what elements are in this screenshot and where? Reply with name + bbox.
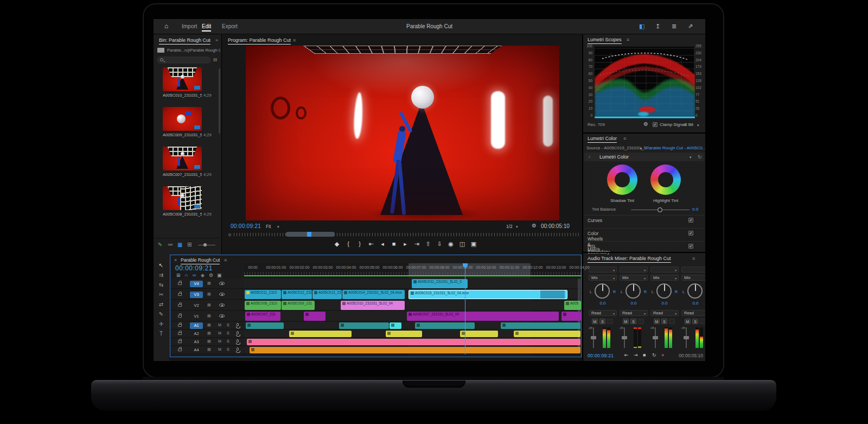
track-mix-select[interactable]: Mix▾ xyxy=(681,275,705,281)
section-curves[interactable]: Curves xyxy=(588,218,602,223)
selection-tool[interactable]: ↖ xyxy=(156,262,167,268)
track-name-v4[interactable]: V4 xyxy=(190,281,203,287)
section-hsl-secondary[interactable]: HSL Secondary xyxy=(588,244,610,255)
pen-tool[interactable]: ✎ xyxy=(156,311,167,317)
tint-balance-handle[interactable] xyxy=(658,207,662,212)
voiceover-record-icon[interactable] xyxy=(237,339,239,343)
scopes-menu-icon[interactable]: ≡ xyxy=(627,37,629,42)
timeline-tab[interactable]: Parable Rough Cut xyxy=(181,257,220,263)
clip-thumbnail[interactable] xyxy=(163,107,202,131)
fullscreen-icon[interactable]: ⇗ xyxy=(688,23,693,30)
track-mute-button[interactable]: M xyxy=(218,323,221,327)
automation-mode-select[interactable]: Read▾ xyxy=(620,310,648,316)
source-patch-icon[interactable]: ▤ xyxy=(207,303,211,307)
audio-clip[interactable] xyxy=(247,339,580,345)
pan-value[interactable]: 0.0 xyxy=(589,301,617,306)
track-output-select[interactable]: ▾ xyxy=(589,267,617,273)
effect-back-icon[interactable]: ‹ xyxy=(589,154,590,160)
mark-out-button[interactable]: } xyxy=(355,241,364,247)
solo-button[interactable]: S xyxy=(661,319,667,324)
track-name-v1[interactable]: V1 xyxy=(190,313,203,320)
hand-tool[interactable]: ✛ xyxy=(156,321,167,327)
track-lock-icon[interactable] xyxy=(178,332,182,335)
track-solo-button[interactable]: S xyxy=(227,323,229,327)
video-clip[interactable]: A005C011_2310 xyxy=(245,290,281,299)
audio-clip[interactable] xyxy=(289,331,352,337)
track-header-v3[interactable]: V3▤ xyxy=(170,289,244,300)
shadow-tint-wheel[interactable] xyxy=(607,164,637,195)
share-icon[interactable]: ↥ xyxy=(655,23,660,30)
ripple-edit-tool[interactable]: ⇆ xyxy=(156,282,167,288)
source-patch-icon[interactable]: ▤ xyxy=(207,323,211,327)
toggle-track-output-icon[interactable] xyxy=(219,282,225,285)
program-tab[interactable]: Program: Parable Rough Cut xyxy=(228,37,291,43)
loop-button[interactable]: ↻ xyxy=(652,352,656,358)
program-playhead-handle[interactable] xyxy=(307,232,311,237)
video-clip[interactable]: A005C011_231031_5L02_0 xyxy=(412,279,468,288)
solo-button[interactable]: S xyxy=(692,319,698,324)
video-clip[interactable]: A005C013_23 xyxy=(312,290,342,299)
search-input[interactable] xyxy=(157,56,211,64)
add-marker-icon[interactable]: ◆ xyxy=(201,273,205,278)
bin-expand-icon[interactable]: » xyxy=(215,37,218,43)
monitor-settings-icon[interactable]: ⚙ xyxy=(532,223,537,229)
record-arm-button[interactable] xyxy=(638,319,644,324)
toggle-track-output-icon[interactable] xyxy=(219,303,225,307)
track-header-a4[interactable]: A4▤MS xyxy=(170,346,244,354)
video-clip[interactable] xyxy=(561,312,581,321)
video-clip[interactable]: A005C014_231031_5L02_04.mov xyxy=(342,290,405,299)
audio-clip[interactable] xyxy=(501,322,580,329)
toggle-track-output-icon[interactable] xyxy=(219,293,225,296)
record-arm-button[interactable] xyxy=(607,319,613,324)
record-button[interactable]: ● xyxy=(661,352,664,358)
scope-settings-icon[interactable]: ⚙ xyxy=(643,121,648,127)
video-clip[interactable]: A005C007_231 xyxy=(245,312,280,321)
source-patch-icon[interactable]: ▤ xyxy=(207,339,211,344)
video-clip[interactable] xyxy=(304,312,326,321)
source-patch-icon[interactable]: ▤ xyxy=(207,347,211,352)
mute-button[interactable]: M xyxy=(685,319,691,324)
bin-menu-icon[interactable]: ≡ xyxy=(208,37,210,43)
track-name-a3[interactable]: A3 xyxy=(190,339,203,345)
type-tool[interactable]: T xyxy=(156,331,167,337)
track-output-select[interactable]: ▾ xyxy=(620,267,648,273)
step-back-button[interactable]: ◂ xyxy=(378,241,387,248)
audio-clip[interactable] xyxy=(514,331,580,337)
audio-clip[interactable] xyxy=(390,322,401,329)
multi-view-button[interactable]: ▣ xyxy=(469,241,478,248)
bin-scrollbar[interactable] xyxy=(219,68,220,134)
playhead-line[interactable] xyxy=(465,263,465,355)
pan-value[interactable]: 0.0 xyxy=(620,301,648,306)
audio-clip[interactable] xyxy=(250,347,580,353)
source-patch-icon[interactable]: ▤ xyxy=(207,292,211,296)
clamp-signal-checkbox[interactable]: ✓ xyxy=(653,122,658,127)
source-patch-icon[interactable]: ▤ xyxy=(207,314,211,318)
lumetri-target-clip[interactable]: Parable Rough Cut - A005C0... xyxy=(646,145,705,150)
razor-tool[interactable]: ✂ xyxy=(156,292,167,298)
voiceover-record-icon[interactable] xyxy=(237,323,239,326)
snap-icon[interactable]: ∩ xyxy=(184,273,188,278)
track-header-v1[interactable]: V1▤ xyxy=(170,311,244,321)
clip-thumbnail[interactable] xyxy=(163,67,202,91)
track-header-a2[interactable]: A2▤MS xyxy=(170,330,244,338)
section-enable-checkbox[interactable]: ✓ xyxy=(688,244,693,249)
track-header-v2[interactable]: V2▤ xyxy=(170,300,244,311)
go-to-in-button[interactable]: ⇤ xyxy=(367,241,375,248)
video-clip[interactable]: A005C010_231031_5L02_04 xyxy=(341,301,405,310)
video-clip[interactable]: A005C015_231031_5L02_04.mov xyxy=(409,290,567,299)
highlight-tint-wheel[interactable] xyxy=(650,164,681,195)
track-select-forward-tool[interactable]: ⇉ xyxy=(156,272,167,278)
clip-thumbnail[interactable] xyxy=(163,186,202,210)
mute-button[interactable]: M xyxy=(592,319,598,324)
program-timecode[interactable]: 00:00:09:21 xyxy=(231,223,261,229)
effect-reset-icon[interactable]: ↻ xyxy=(698,154,702,160)
mixer-tab[interactable]: Audio Track Mixer: Parable Rough Cut xyxy=(588,256,671,261)
go-to-in-button[interactable]: ⇤ xyxy=(624,352,629,358)
scrubber-settings-knob[interactable] xyxy=(228,233,231,236)
track-name-v3[interactable]: V3 xyxy=(190,292,203,298)
section-enable-checkbox[interactable]: ✓ xyxy=(688,218,693,223)
video-clip[interactable]: A005C007_231031_5L02_04 xyxy=(407,312,559,321)
track-mute-button[interactable]: M xyxy=(218,331,221,335)
automate-sequence-icon[interactable]: ⊞ xyxy=(187,242,192,248)
track-name-a2[interactable]: A2 xyxy=(190,331,203,337)
